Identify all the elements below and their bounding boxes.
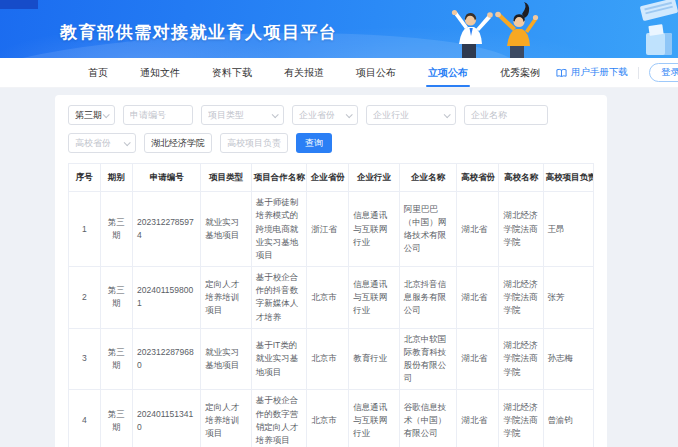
table-cell: 阿里巴巴（中国）网络技术有限公司 <box>399 192 457 267</box>
page: 教育部供需对接就业育人项目平台 首页通知文件资料下载 <box>0 0 678 447</box>
banner: 教育部供需对接就业育人项目平台 <box>0 0 678 58</box>
table-cell: 2024011598001 <box>133 267 201 329</box>
table-cell: 基于师徒制培养模式的跨境电商就业实习基地项目 <box>251 192 307 267</box>
banner-corner-decoration <box>0 0 38 9</box>
column-header: 企业名称 <box>399 164 457 192</box>
filter-row-2: 高校省份 查询 <box>68 133 594 153</box>
company-name-input[interactable] <box>464 105 548 125</box>
table-cell: 湖北经济学院法商学院 <box>499 267 543 329</box>
nav-item-related-reports[interactable]: 有关报道 <box>268 58 340 87</box>
table-cell: 教育行业 <box>349 328 399 390</box>
chevron-down-icon <box>272 111 279 118</box>
table-cell: 北京中软国际教育科技股份有限公司 <box>399 328 457 390</box>
header-row: 序号期别申请编号项目类型项目合作名称企业省份企业行业企业名称高校省份高校名称高校… <box>69 164 594 192</box>
banner-ticket-decoration <box>640 0 678 21</box>
table-cell: 2023122879680 <box>133 328 201 390</box>
nav-item-home[interactable]: 首页 <box>72 58 124 87</box>
table-cell: 湖北省 <box>457 267 499 329</box>
nav-divider <box>638 67 639 79</box>
filter-panel: 第三期 项目类型 企业省份 企业行业 <box>68 105 594 153</box>
company-industry-select[interactable]: 企业行业 <box>366 105 456 125</box>
manual-label: 用户手册下载 <box>571 66 628 79</box>
project-type-placeholder: 项目类型 <box>208 109 244 122</box>
nav-item-material-download[interactable]: 资料下载 <box>196 58 268 87</box>
table-cell: 王昂 <box>543 192 593 267</box>
college-province-placeholder: 高校省份 <box>75 137 111 150</box>
table-cell: 第三期 <box>100 390 133 447</box>
table-cell: 孙志梅 <box>543 328 593 390</box>
search-button[interactable]: 查询 <box>296 133 332 153</box>
period-value: 第三期 <box>75 109 102 122</box>
table-cell: 浙江省 <box>307 192 349 267</box>
page-title: 教育部供需对接就业育人项目平台 <box>60 21 338 44</box>
main-content: 第三期 项目类型 企业省份 企业行业 <box>0 95 678 447</box>
table-cell: 北京抖音信息服务有限公司 <box>399 267 457 329</box>
college-name-input[interactable] <box>144 133 212 153</box>
chevron-down-icon <box>346 111 353 118</box>
banner-people-illustration <box>418 0 568 58</box>
results-table: 序号期别申请编号项目类型项目合作名称企业省份企业行业企业名称高校省份高校名称高校… <box>68 163 594 447</box>
table-cell: 湖北经济学院法商学院 <box>499 192 543 267</box>
table-cell: 北京市 <box>307 328 349 390</box>
company-industry-placeholder: 企业行业 <box>373 109 409 122</box>
table-cell: 湖北经济学院法商学院 <box>499 328 543 390</box>
column-header: 序号 <box>69 164 101 192</box>
table-cell: 2023122785974 <box>133 192 201 267</box>
table-cell: 4 <box>69 390 101 447</box>
column-header: 项目类型 <box>201 164 251 192</box>
period-select[interactable]: 第三期 <box>68 105 115 125</box>
banner-cube-decoration <box>646 33 672 55</box>
table-cell: 湖北经济学院法商学院 <box>499 390 543 447</box>
table-cell: 基于校企合作的数字营销定向人才培养项目 <box>251 390 307 447</box>
column-header: 项目合作名称 <box>251 164 307 192</box>
column-header: 高校项目负责人 <box>543 164 593 192</box>
user-manual-download-link[interactable]: 用户手册下载 <box>556 66 628 79</box>
table-cell: 信息通讯与互联网行业 <box>349 267 399 329</box>
nav-item-project-announcement[interactable]: 项目公布 <box>340 58 412 87</box>
table-row: 1第三期2023122785974就业实习基地项目基于师徒制培养模式的跨境电商就… <box>69 192 594 267</box>
table-cell: 基于IT类的就业实习基地项目 <box>251 328 307 390</box>
table-cell: 定向人才培养培训项目 <box>201 267 251 329</box>
login-button[interactable]: 登录 <box>649 63 678 82</box>
table-row: 4第三期2024011513410定向人才培养培训项目基于校企合作的数字营销定向… <box>69 390 594 447</box>
table-cell: 3 <box>69 328 101 390</box>
company-province-select[interactable]: 企业省份 <box>292 105 358 125</box>
table-cell: 北京市 <box>307 390 349 447</box>
column-header: 高校省份 <box>457 164 499 192</box>
login-label: 登录 <box>661 66 678 79</box>
column-header: 高校名称 <box>499 164 543 192</box>
company-province-placeholder: 企业省份 <box>299 109 335 122</box>
nav-items: 首页通知文件资料下载有关报道项目公布立项公布优秀案例 <box>72 58 556 87</box>
content-card: 第三期 项目类型 企业省份 企业行业 <box>55 95 607 447</box>
chevron-down-icon <box>444 111 451 118</box>
college-leader-input[interactable] <box>220 133 288 153</box>
table-cell: 信息通讯与互联网行业 <box>349 390 399 447</box>
table-cell: 就业实习基地项目 <box>201 192 251 267</box>
table-cell: 北京市 <box>307 267 349 329</box>
table-cell: 第三期 <box>100 267 133 329</box>
table-row: 3第三期2023122879680就业实习基地项目基于IT类的就业实习基地项目北… <box>69 328 594 390</box>
table-cell: 第三期 <box>100 192 133 267</box>
column-header: 企业省份 <box>307 164 349 192</box>
table-cell: 信息通讯与互联网行业 <box>349 192 399 267</box>
table-head: 序号期别申请编号项目类型项目合作名称企业省份企业行业企业名称高校省份高校名称高校… <box>69 164 594 192</box>
table-cell: 2 <box>69 267 101 329</box>
table-cell: 1 <box>69 192 101 267</box>
project-type-select[interactable]: 项目类型 <box>201 105 284 125</box>
nav-item-approval-announcement[interactable]: 立项公布 <box>412 58 484 87</box>
table-cell: 张芳 <box>543 267 593 329</box>
application-no-input[interactable] <box>123 105 193 125</box>
table-cell: 基于校企合作的抖音数字新媒体人才培养 <box>251 267 307 329</box>
filter-row-1: 第三期 项目类型 企业省份 企业行业 <box>68 105 594 125</box>
table-cell: 就业实习基地项目 <box>201 328 251 390</box>
table-cell: 第三期 <box>100 328 133 390</box>
table-row: 2第三期2024011598001定向人才培养培训项目基于校企合作的抖音数字新媒… <box>69 267 594 329</box>
table-body: 1第三期2023122785974就业实习基地项目基于师徒制培养模式的跨境电商就… <box>69 192 594 447</box>
chevron-down-icon <box>103 111 110 118</box>
nav-item-excellent-cases[interactable]: 优秀案例 <box>484 58 556 87</box>
table-cell: 曾渝钧 <box>543 390 593 447</box>
table-cell: 定向人才培养培训项目 <box>201 390 251 447</box>
book-icon <box>556 68 567 78</box>
nav-item-notice-files[interactable]: 通知文件 <box>124 58 196 87</box>
college-province-select[interactable]: 高校省份 <box>68 133 136 153</box>
